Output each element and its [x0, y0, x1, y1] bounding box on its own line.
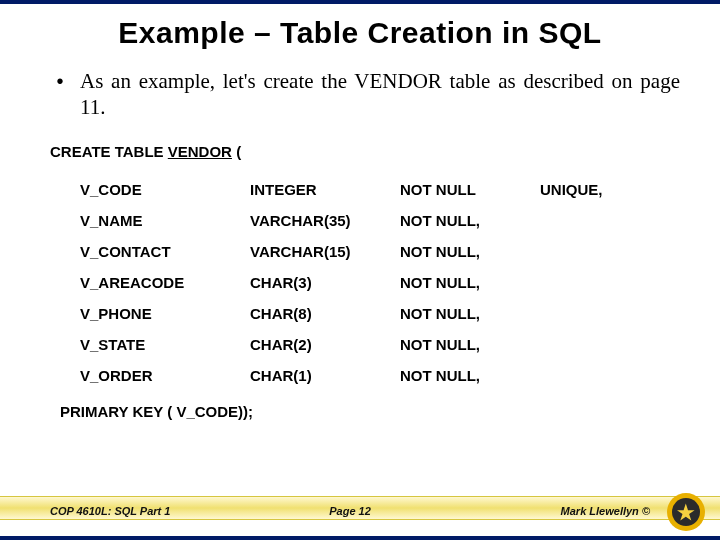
col-constraint: NOT NULL,	[394, 360, 534, 391]
col-type: CHAR(1)	[244, 360, 394, 391]
col-constraint: NOT NULL,	[394, 236, 534, 267]
footer-bar: COP 4610L: SQL Part 1 Page 12 Mark Llewe…	[0, 490, 720, 532]
col-name: V_PHONE	[74, 298, 244, 329]
col-extra	[534, 267, 663, 298]
body-bullet-row: • As an example, let's create the VENDOR…	[40, 68, 680, 121]
primary-key-line: PRIMARY KEY ( V_CODE));	[60, 403, 680, 420]
slide: Example – Table Creation in SQL • As an …	[0, 0, 720, 540]
col-constraint: NOT NULL,	[394, 298, 534, 329]
table-row: V_PHONE CHAR(8) NOT NULL,	[74, 298, 663, 329]
table-row: V_NAME VARCHAR(35) NOT NULL,	[74, 205, 663, 236]
col-constraint: NOT NULL,	[394, 205, 534, 236]
col-extra	[534, 236, 663, 267]
create-table-line: CREATE TABLE VENDOR (	[50, 143, 680, 160]
col-extra	[534, 205, 663, 236]
table-row: V_AREACODE CHAR(3) NOT NULL,	[74, 267, 663, 298]
column-table: V_CODE INTEGER NOT NULL UNIQUE, V_NAME V…	[74, 174, 663, 391]
table-row: V_CONTACT VARCHAR(15) NOT NULL,	[74, 236, 663, 267]
col-extra	[534, 360, 663, 391]
col-type: VARCHAR(15)	[244, 236, 394, 267]
footer-right: Mark Llewellyn ©	[450, 505, 700, 517]
col-extra: UNIQUE,	[534, 174, 663, 205]
col-type: VARCHAR(35)	[244, 205, 394, 236]
col-name: V_AREACODE	[74, 267, 244, 298]
col-constraint: NOT NULL,	[394, 329, 534, 360]
col-constraint: NOT NULL	[394, 174, 534, 205]
table-row: V_CODE INTEGER NOT NULL UNIQUE,	[74, 174, 663, 205]
col-constraint: NOT NULL,	[394, 267, 534, 298]
slide-title: Example – Table Creation in SQL	[40, 16, 680, 50]
ucf-logo-icon	[666, 492, 706, 532]
create-suffix: (	[232, 143, 241, 160]
footer-left: COP 4610L: SQL Part 1	[50, 505, 250, 517]
col-type: INTEGER	[244, 174, 394, 205]
footer-center: Page 12	[250, 505, 450, 517]
col-extra	[534, 298, 663, 329]
col-name: V_ORDER	[74, 360, 244, 391]
col-name: V_CONTACT	[74, 236, 244, 267]
create-prefix: CREATE TABLE	[50, 143, 168, 160]
col-extra	[534, 329, 663, 360]
bullet-glyph: •	[40, 68, 80, 94]
body-text: As an example, let's create the VENDOR t…	[80, 68, 680, 121]
col-name: V_CODE	[74, 174, 244, 205]
col-name: V_NAME	[74, 205, 244, 236]
create-table-name: VENDOR	[168, 143, 232, 160]
table-row: V_ORDER CHAR(1) NOT NULL,	[74, 360, 663, 391]
table-row: V_STATE CHAR(2) NOT NULL,	[74, 329, 663, 360]
col-type: CHAR(2)	[244, 329, 394, 360]
col-type: CHAR(8)	[244, 298, 394, 329]
col-type: CHAR(3)	[244, 267, 394, 298]
col-name: V_STATE	[74, 329, 244, 360]
